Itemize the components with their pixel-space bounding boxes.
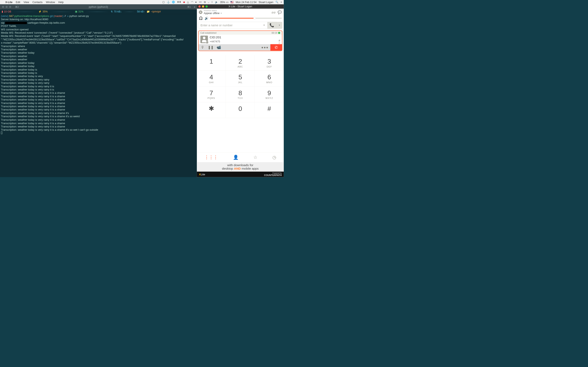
- dial-input[interactable]: Enter a name or number ▼: [198, 22, 268, 29]
- dial-placeholder: Enter a name or number: [200, 24, 233, 27]
- xlite-title: X-Lite - Stuart Logan: [228, 5, 252, 8]
- more-options-button[interactable]: ●●●: [259, 45, 270, 49]
- stats-icon[interactable]: ⬍⬍: [177, 1, 181, 4]
- facetime-icon[interactable]: ▢: [162, 1, 164, 4]
- sparkline: [13, 10, 37, 13]
- video-button[interactable]: 📹: [215, 44, 223, 51]
- bottom-tabbar: ⋮⋮⋮ 👤 ☆ ◷: [197, 152, 284, 162]
- stat-path: 📁~/p/m/p/r: [147, 10, 161, 13]
- mute-button[interactable]: 🎙: [199, 44, 207, 51]
- dialpad-key-9[interactable]: 9WXYZ: [255, 86, 284, 102]
- hangup-button[interactable]: ✆: [270, 44, 282, 51]
- battery-indicator[interactable]: 35% ▭: [220, 1, 228, 4]
- minimize-icon[interactable]: [202, 6, 204, 8]
- cursor-icon: [1, 132, 2, 134]
- stat-disk: ▮10 GB: [2, 10, 11, 13]
- clock[interactable]: Mon 24 Feb 11:54: [236, 1, 256, 4]
- globe-icon[interactable]: 🌐: [172, 1, 175, 4]
- tab-contacts[interactable]: 👤: [233, 155, 239, 160]
- volume-icon[interactable]: 🔈: [215, 1, 218, 4]
- menu-contacts[interactable]: Contacts: [33, 1, 43, 4]
- call-options-dropdown[interactable]: ▼: [277, 22, 282, 29]
- dialpad-key-5[interactable]: 5JKL: [226, 71, 255, 86]
- xlite-window: X-Lite - Stuart Logan Presence Status Ap…: [197, 4, 284, 177]
- headphones-icon[interactable]: ◠: [191, 1, 193, 4]
- glasses-icon[interactable]: 👓: [199, 1, 202, 4]
- terminal-tab[interactable]: ⌘2: [15, 6, 19, 8]
- active-call-card: Call established 00:19 + CID:201 +447475…: [198, 31, 282, 51]
- terminal-statusbar: ▮10 GB ⚡35% ▣31% ↯70 kB↓ 58 kB↑ 📁~/p/m/p…: [0, 9, 197, 14]
- menu-window[interactable]: Window: [46, 1, 55, 4]
- dialpad-key-7[interactable]: 7PQRS: [197, 86, 226, 102]
- flag-icon[interactable]: [231, 1, 233, 3]
- user-name[interactable]: Stuart Logan: [259, 1, 273, 4]
- bluetooth-icon[interactable]: ᚼ: [211, 1, 213, 4]
- stat-net-down: ↯70 kB↓: [111, 10, 122, 13]
- menu-app-name[interactable]: X-Lite: [5, 1, 12, 4]
- terminal-new-tab[interactable]: +: [194, 5, 195, 9]
- notification-icon[interactable]: ◆: [183, 1, 185, 4]
- chevron-down-icon[interactable]: ▼: [263, 24, 265, 27]
- call-status: Call established: [200, 31, 216, 34]
- headset-icon[interactable]: 🎧: [199, 16, 203, 20]
- tab-dialpad[interactable]: ⋮⋮⋮: [204, 155, 218, 160]
- xlite-logo: XLite: [199, 173, 205, 176]
- terminal-window: ⌘2 python (python3) ⌘1 + ▮10 GB ⚡35% ▣31…: [0, 4, 197, 177]
- menu-edit[interactable]: Edit: [16, 1, 20, 4]
- menu-help[interactable]: Help: [58, 1, 64, 4]
- chat-icon[interactable]: 💬: [278, 10, 282, 14]
- terminal-traffic-lights[interactable]: [2, 6, 11, 8]
- caller-number: +447475: [210, 40, 221, 43]
- dialpad-key-✱[interactable]: ✱: [197, 102, 226, 118]
- close-icon[interactable]: [199, 6, 201, 8]
- dialpad-key-#[interactable]: #: [255, 102, 284, 118]
- hash-indicator: #: [278, 39, 280, 43]
- add-contact-icon[interactable]: +: [206, 41, 209, 44]
- airplay-icon[interactable]: ⧉: [204, 1, 206, 4]
- chevron-down-icon: ▼: [220, 12, 222, 14]
- call-button[interactable]: 📞: [268, 22, 277, 29]
- caller-id: CID:201: [210, 35, 221, 39]
- dialpad-key-2[interactable]: 2ABC: [226, 55, 255, 71]
- terminal-title: python (python3): [89, 5, 108, 8]
- macos-menubar: X-Lite Edit View Contacts Window Help ▢ …: [0, 0, 284, 4]
- wifi-icon[interactable]: ⌵: [208, 1, 209, 4]
- dialpad-key-3[interactable]: 3DEF: [255, 55, 284, 71]
- stat-battery: ⚡35%: [38, 10, 48, 13]
- spotlight-icon[interactable]: 🔍: [276, 1, 278, 4]
- speaker-icon[interactable]: 🔊: [205, 16, 208, 20]
- xlite-titlebar: X-Lite - Stuart Logan: [197, 4, 284, 8]
- xlite-traffic-lights[interactable]: [199, 6, 208, 8]
- promo-banner: with downloads for desktop AND mobile ap…: [197, 162, 284, 171]
- drive-icon[interactable]: △: [187, 1, 189, 4]
- terminal-titlebar: ⌘2 python (python3) ⌘1 +: [0, 4, 197, 9]
- sparkline: [49, 10, 73, 13]
- sparkline: [123, 10, 135, 13]
- sparkline: [85, 10, 109, 13]
- hat-icon[interactable]: ●: [195, 1, 197, 4]
- dialpad-key-0[interactable]: 0: [226, 102, 255, 118]
- xlite-footer: XLite Powered byCOUNTERPATH: [197, 172, 284, 177]
- terminal-tab-shortcut: ⌘1: [187, 6, 191, 8]
- menu-view[interactable]: View: [24, 1, 29, 4]
- control-center-icon[interactable]: ≡: [281, 1, 282, 4]
- stat-cpu: ▣31%: [75, 10, 84, 13]
- terminal-output[interactable]: (venv) 947 python/realtime-transcription…: [0, 14, 197, 135]
- dialpad-key-6[interactable]: 6MNO: [255, 71, 284, 86]
- docker-icon[interactable]: ⚓: [167, 1, 170, 4]
- volume-slider[interactable]: [210, 18, 282, 18]
- dialpad-key-4[interactable]: 4GHI: [197, 71, 226, 86]
- tab-favorites[interactable]: ☆: [253, 155, 258, 160]
- call-active-icon: [278, 32, 280, 34]
- call-duration: 00:19: [272, 31, 277, 34]
- stat-net-up: 58 kB↑: [137, 10, 145, 13]
- presence-label: Presence Status: [204, 9, 222, 12]
- presence-close-icon[interactable]: [199, 10, 202, 14]
- voicemail-icon[interactable]: ⌀⌀: [272, 10, 276, 14]
- zoom-icon[interactable]: [206, 6, 208, 8]
- tab-history[interactable]: ◷: [272, 155, 276, 160]
- dialpad-key-1[interactable]: 1: [197, 55, 226, 71]
- hold-button[interactable]: ❚❚: [207, 44, 215, 51]
- presence-dropdown[interactable]: Appear offline▼: [204, 12, 222, 15]
- dialpad-key-8[interactable]: 8TUV: [226, 86, 255, 102]
